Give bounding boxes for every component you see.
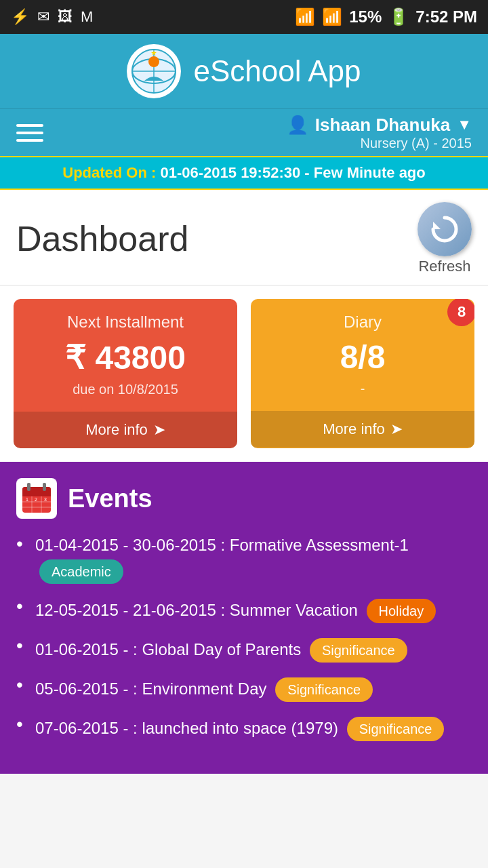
event-tag: Significance xyxy=(275,677,373,702)
nav-bar: 👤 Ishaan Dhanuka ▼ Nursery (A) - 2015 xyxy=(0,108,488,156)
arrow-right-icon: ➤ xyxy=(153,421,165,439)
clock: 7:52 PM xyxy=(415,7,477,26)
user-name: Ishaan Dhanuka xyxy=(315,115,450,136)
app-header: eSchool App xyxy=(0,34,488,108)
svg-text:1: 1 xyxy=(26,497,28,502)
diary-value: 8/8 xyxy=(262,338,464,376)
installment-card: Next Installment ₹ 43800 due on 10/8/201… xyxy=(14,299,237,448)
installment-title: Next Installment xyxy=(24,313,226,332)
refresh-label: Refresh xyxy=(418,258,470,275)
calendar-icon: 1 2 3 xyxy=(16,478,57,519)
user-icon: 👤 xyxy=(287,115,308,136)
user-class: Nursery (A) - 2015 xyxy=(361,136,472,151)
app-logo xyxy=(127,44,181,98)
dashboard-title: Dashboard xyxy=(16,218,188,259)
event-text: 07-06-2015 - : launched into space (1979… xyxy=(35,719,338,737)
update-label: Updated On : xyxy=(62,164,156,181)
svg-text:2: 2 xyxy=(35,497,37,502)
svg-point-4 xyxy=(148,56,159,67)
diary-card: 8 Diary 8/8 - More info ➤ xyxy=(251,299,474,448)
svg-rect-9 xyxy=(22,493,51,496)
diary-badge: 8 xyxy=(447,299,474,326)
diary-title: Diary xyxy=(262,313,464,332)
status-bar: ⚡ ✉ 🖼 M 📶 📶 15% 🔋 7:52 PM xyxy=(0,0,488,34)
list-item: 01-06-2015 - : Global Day of Parents Sig… xyxy=(16,635,472,663)
gmail-icon: M xyxy=(81,8,93,26)
diary-more-info[interactable]: More info ➤ xyxy=(251,411,474,448)
event-text: 01-04-2015 - 30-06-2015 : Formative Asse… xyxy=(35,536,409,554)
usb-icon: ⚡ xyxy=(11,8,29,26)
user-name-row[interactable]: 👤 Ishaan Dhanuka ▼ xyxy=(287,115,472,136)
events-section: 1 2 3 Events 01-04-2015 - 30-06-2015 : F… xyxy=(0,462,488,774)
svg-marker-6 xyxy=(433,222,441,229)
event-tag: Significance xyxy=(310,638,407,663)
event-tag: Significance xyxy=(347,717,445,741)
events-header: 1 2 3 Events xyxy=(16,478,472,519)
update-banner: Updated On : 01-06-2015 19:52:30 - Few M… xyxy=(0,156,488,190)
list-item: 12-05-2015 - 21-06-2015 : Summer Vacatio… xyxy=(16,596,472,623)
event-text: 12-05-2015 - 21-06-2015 : Summer Vacatio… xyxy=(35,601,358,619)
list-item: 05-06-2015 - : Environment Day Significa… xyxy=(16,675,472,702)
svg-rect-17 xyxy=(27,483,30,491)
list-item: 01-04-2015 - 30-06-2015 : Formative Asse… xyxy=(16,534,472,584)
status-left: ⚡ ✉ 🖼 M xyxy=(11,8,93,26)
installment-sub: due on 10/8/2015 xyxy=(24,382,226,398)
dropdown-arrow-icon[interactable]: ▼ xyxy=(457,116,472,134)
user-info: 👤 Ishaan Dhanuka ▼ Nursery (A) - 2015 xyxy=(287,115,472,151)
diary-card-body: Diary 8/8 - xyxy=(251,299,474,411)
refresh-icon xyxy=(418,202,472,256)
diary-sub: - xyxy=(262,381,464,397)
event-text: 05-06-2015 - : Environment Day xyxy=(35,679,267,698)
cards-row: Next Installment ₹ 43800 due on 10/8/201… xyxy=(0,285,488,462)
app-title: eSchool App xyxy=(193,54,361,88)
installment-card-body: Next Installment ₹ 43800 due on 10/8/201… xyxy=(14,299,237,412)
installment-value: ₹ 43800 xyxy=(24,338,226,376)
events-title: Events xyxy=(68,484,152,513)
event-tag: Academic xyxy=(39,559,123,584)
email-icon: ✉ xyxy=(37,8,49,26)
event-tag: Holiday xyxy=(367,599,436,623)
refresh-button[interactable]: Refresh xyxy=(418,202,472,275)
status-right: 📶 📶 15% 🔋 7:52 PM xyxy=(295,7,477,26)
dashboard-header: Dashboard Refresh xyxy=(0,190,488,285)
wifi-icon: 📶 xyxy=(295,7,315,26)
battery-icon: 🔋 xyxy=(388,7,409,26)
event-text: 01-06-2015 - : Global Day of Parents xyxy=(35,640,301,658)
event-list: 01-04-2015 - 30-06-2015 : Formative Asse… xyxy=(16,534,472,741)
list-item: 07-06-2015 - : launched into space (1979… xyxy=(16,714,472,741)
battery-level: 15% xyxy=(349,7,382,26)
hamburger-menu[interactable] xyxy=(16,124,43,142)
svg-rect-18 xyxy=(43,483,46,491)
update-info: 01-06-2015 19:52:30 - Few Minute ago xyxy=(160,164,425,181)
svg-text:3: 3 xyxy=(44,497,47,502)
arrow-right-icon: ➤ xyxy=(390,420,403,438)
signal-icon: 📶 xyxy=(322,7,342,26)
installment-more-info[interactable]: More info ➤ xyxy=(14,412,237,448)
image-icon: 🖼 xyxy=(58,8,73,26)
